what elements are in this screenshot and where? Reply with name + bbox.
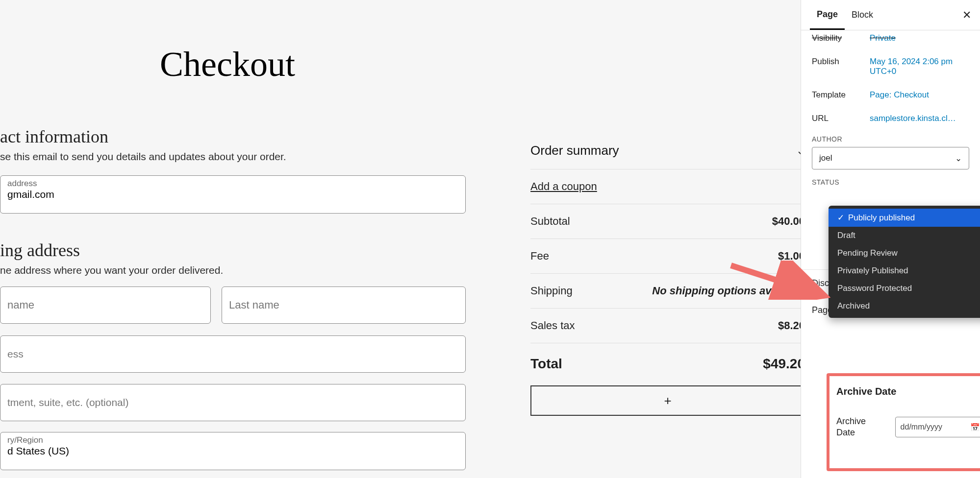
order-summary-header[interactable]: Order summary ⌄ bbox=[530, 132, 805, 169]
status-option-archived[interactable]: Archived bbox=[829, 297, 980, 315]
last-name-field[interactable]: Last name bbox=[222, 287, 466, 324]
page-panel: Visibility Private Publish May 16, 2024 … bbox=[801, 30, 980, 186]
url-label: URL bbox=[812, 114, 870, 123]
last-name-placeholder: Last name bbox=[229, 299, 279, 311]
first-name-field[interactable]: name bbox=[0, 287, 211, 324]
close-icon[interactable]: ✕ bbox=[962, 9, 971, 22]
publish-label: Publish bbox=[812, 57, 870, 76]
summary-value: No shipping options available bbox=[652, 285, 805, 297]
order-summary-title: Order summary bbox=[530, 143, 619, 158]
summary-row-shipping: Shipping No shipping options available bbox=[530, 274, 805, 309]
country-label: ry/Region bbox=[7, 435, 458, 445]
url-value: samplestore.kinsta.cl… bbox=[870, 114, 969, 123]
template-row[interactable]: Template Page: Checkout bbox=[812, 83, 969, 107]
editor-canvas: Checkout act information se this email t… bbox=[0, 0, 824, 478]
archive-date-input[interactable]: dd/mm/yyyy 📅 bbox=[895, 417, 980, 437]
author-section-label: AUTHOR bbox=[812, 135, 969, 143]
author-select[interactable]: joel ⌄ bbox=[812, 147, 969, 169]
archive-date-label: Archive Date bbox=[836, 416, 885, 439]
archive-date-placeholder: dd/mm/yyyy bbox=[901, 423, 942, 431]
plus-icon: + bbox=[664, 393, 671, 408]
summary-row-tax: Sales tax $8.20 bbox=[530, 309, 805, 343]
summary-label: Fee bbox=[530, 250, 549, 263]
status-option-password-protected[interactable]: Password Protected bbox=[829, 280, 980, 297]
status-dropdown: ✓Publicly published Draft Pending Review… bbox=[829, 206, 980, 318]
summary-row-subtotal: Subtotal $40.00 bbox=[530, 204, 805, 239]
add-coupon-link[interactable]: Add a coupon bbox=[530, 180, 597, 192]
address-field[interactable]: ess bbox=[0, 335, 466, 373]
summary-row-fee: Fee $1.00 bbox=[530, 239, 805, 274]
email-field[interactable]: address gmail.com bbox=[0, 175, 466, 214]
first-name-placeholder: name bbox=[7, 299, 34, 311]
calendar-icon: 📅 bbox=[970, 423, 980, 432]
contact-heading: act information bbox=[0, 126, 108, 147]
status-option-publicly-published[interactable]: ✓Publicly published bbox=[829, 209, 980, 227]
address2-placeholder: tment, suite, etc. (optional) bbox=[7, 397, 128, 408]
archive-date-header[interactable]: Archive Date ▴ bbox=[829, 376, 980, 401]
publish-row[interactable]: Publish May 16, 2024 2:06 pm UTC+0 bbox=[812, 50, 969, 83]
summary-value: $40.00 bbox=[772, 215, 805, 228]
status-option-pending-review[interactable]: Pending Review bbox=[829, 244, 980, 262]
email-label: address bbox=[7, 179, 458, 189]
address2-field[interactable]: tment, suite, etc. (optional) bbox=[0, 384, 466, 421]
summary-label: Sales tax bbox=[530, 319, 575, 332]
country-value: d States (US) bbox=[7, 445, 458, 457]
template-label: Template bbox=[812, 90, 870, 100]
page-title: Checkout bbox=[160, 44, 295, 85]
email-value: gmail.com bbox=[7, 189, 458, 200]
visibility-value: Private bbox=[870, 33, 969, 43]
publish-value: May 16, 2024 2:06 pm UTC+0 bbox=[870, 57, 969, 76]
shipping-heading: ing address bbox=[0, 240, 80, 261]
summary-label: Shipping bbox=[530, 285, 573, 297]
url-row[interactable]: URL samplestore.kinsta.cl… bbox=[812, 107, 969, 130]
chevron-down-icon: ⌄ bbox=[955, 153, 962, 164]
add-block-button[interactable]: + bbox=[530, 385, 805, 416]
visibility-label: Visibility bbox=[812, 33, 870, 43]
shipping-subtext: ne address where you want your order del… bbox=[0, 264, 223, 276]
status-option-label: Publicly published bbox=[848, 213, 915, 222]
address-placeholder: ess bbox=[7, 348, 24, 360]
template-value: Page: Checkout bbox=[870, 90, 969, 100]
country-field[interactable]: ry/Region d States (US) bbox=[0, 432, 466, 470]
summary-label: Subtotal bbox=[530, 215, 570, 228]
status-option-draft[interactable]: Draft bbox=[829, 227, 980, 244]
summary-row-total: Total $49.20 bbox=[530, 343, 805, 384]
tab-block[interactable]: Block bbox=[845, 0, 880, 30]
total-value: $49.20 bbox=[763, 356, 805, 372]
archive-date-panel: Archive Date ▴ Archive Date dd/mm/yyyy 📅 bbox=[827, 373, 980, 471]
contact-subtext: se this email to send you details and up… bbox=[0, 151, 286, 163]
status-option-privately-published[interactable]: Privately Published bbox=[829, 262, 980, 280]
check-icon: ✓ bbox=[837, 213, 844, 222]
status-section-label: STATUS bbox=[812, 178, 969, 186]
archive-date-title: Archive Date bbox=[836, 386, 896, 397]
total-label: Total bbox=[530, 356, 562, 372]
sidebar-tabs: Page Block ✕ bbox=[801, 0, 980, 30]
tab-page[interactable]: Page bbox=[810, 0, 845, 30]
order-summary: Order summary ⌄ Add a coupon Subtotal $4… bbox=[530, 132, 805, 416]
visibility-row[interactable]: Visibility Private bbox=[812, 30, 969, 50]
author-value: joel bbox=[819, 153, 832, 163]
